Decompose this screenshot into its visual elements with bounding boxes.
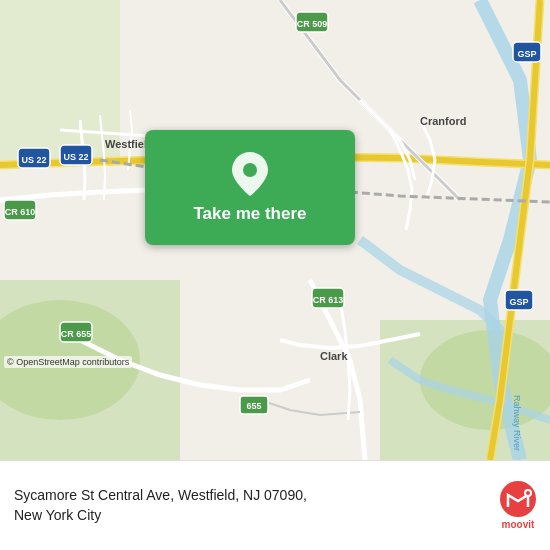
svg-text:GSP: GSP [517,49,536,59]
svg-text:CR 613: CR 613 [313,295,344,305]
address-container: Sycamore St Central Ave, Westfield, NJ 0… [14,486,490,525]
svg-text:Westfiel: Westfiel [105,138,147,150]
moovit-logo: moovit [500,481,536,530]
moovit-label: moovit [502,519,535,530]
moovit-icon [500,481,536,517]
svg-point-28 [500,481,536,517]
svg-text:US 22: US 22 [21,155,46,165]
svg-text:655: 655 [246,401,261,411]
svg-point-30 [526,491,530,495]
location-pin-icon [232,152,268,196]
svg-text:Cranford: Cranford [420,115,466,127]
svg-text:GSP: GSP [509,297,528,307]
svg-text:CR 655: CR 655 [61,329,92,339]
osm-attribution: © OpenStreetMap contributors [4,356,132,368]
address-text: Sycamore St Central Ave, Westfield, NJ 0… [14,486,490,525]
svg-text:CR 509: CR 509 [297,19,328,29]
svg-text:US 22: US 22 [63,152,88,162]
svg-text:Clark: Clark [320,350,348,362]
take-me-there-label: Take me there [193,204,306,224]
bottom-bar: Sycamore St Central Ave, Westfield, NJ 0… [0,460,550,550]
svg-point-27 [243,163,257,177]
svg-text:CR 610: CR 610 [5,207,36,217]
svg-text:Rahway River: Rahway River [512,395,522,451]
map-container: US 22 US 22 CR 509 GSP GSP CR 610 CR 613… [0,0,550,460]
take-me-there-button[interactable]: Take me there [145,130,355,245]
